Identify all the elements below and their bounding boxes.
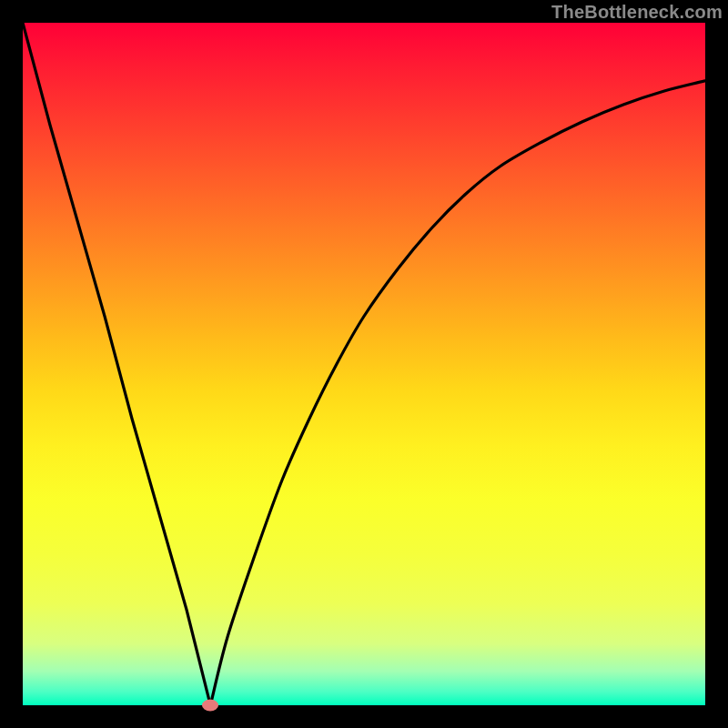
- left-branch-path: [23, 23, 210, 705]
- plot-area: [23, 23, 705, 705]
- chart-frame: TheBottleneck.com: [0, 0, 728, 728]
- curve-svg: [23, 23, 705, 705]
- watermark-text: TheBottleneck.com: [551, 2, 723, 23]
- vertex-marker: [202, 700, 218, 712]
- right-branch-path: [210, 81, 705, 705]
